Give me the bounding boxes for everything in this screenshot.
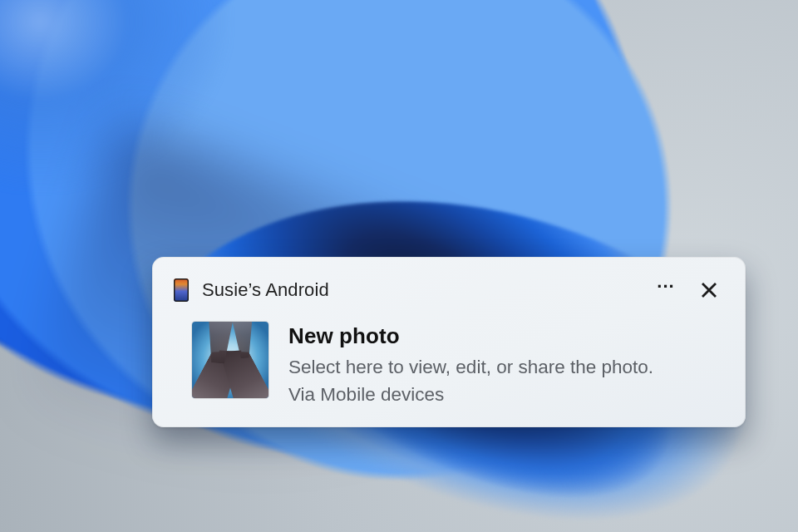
close-button[interactable] [694,275,724,305]
more-options-button[interactable]: ··· [651,275,681,305]
phone-device-icon [174,278,189,302]
toast-header: Susie’s Android ··· [174,275,724,305]
close-icon [702,283,717,298]
toast-title: New photo [288,323,653,349]
toast-app-title: Susie’s Android [202,279,638,301]
toast-text-block: New photo Select here to view, edit, or … [288,322,653,406]
toast-description: Select here to view, edit, or share the … [288,354,653,381]
toast-body[interactable]: New photo Select here to view, edit, or … [174,322,724,406]
toast-via-text: Via Mobile devices [288,384,653,406]
photo-thumbnail [192,322,268,398]
notification-toast[interactable]: Susie’s Android ··· New photo Select her… [152,257,746,427]
